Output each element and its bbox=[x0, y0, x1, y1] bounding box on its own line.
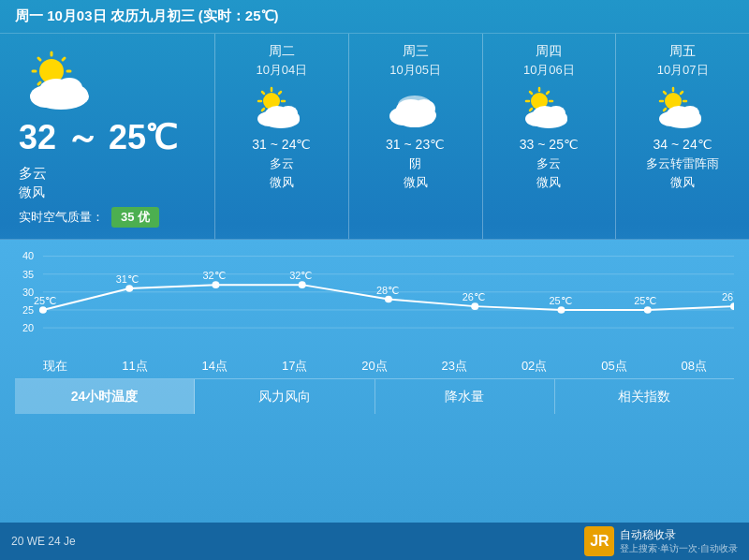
svg-point-79 bbox=[644, 306, 652, 314]
svg-text:20: 20 bbox=[22, 322, 34, 333]
chart-x-labels: 现在 11点 14点 17点 20点 23点 02点 05点 08点 bbox=[15, 354, 734, 378]
today-panel: 32 ～ 25℃ 多云 微风 实时空气质量： 35 优 bbox=[0, 34, 215, 239]
svg-line-39 bbox=[530, 92, 532, 94]
svg-text:25: 25 bbox=[22, 304, 34, 316]
future-day-0: 周二 10月04日 bbox=[215, 34, 349, 239]
chart-label-3: 17点 bbox=[255, 358, 334, 375]
day-condition-2: 多云 bbox=[536, 155, 561, 172]
day-name-2: 周四 bbox=[536, 43, 562, 60]
tab-wind[interactable]: 风力风向 bbox=[195, 379, 374, 414]
svg-point-72 bbox=[39, 306, 47, 314]
svg-point-80 bbox=[730, 302, 734, 310]
aqi-row: 实时空气质量： 35 优 bbox=[19, 207, 159, 228]
svg-text:25℃: 25℃ bbox=[550, 295, 572, 306]
logo-jr-badge: JR bbox=[584, 526, 614, 556]
bottom-left-text: 20 WE 24 Je bbox=[11, 535, 76, 548]
svg-text:26℃: 26℃ bbox=[463, 292, 485, 303]
day-condition-0: 多云 bbox=[270, 155, 294, 172]
day-name-3: 周五 bbox=[669, 43, 696, 60]
svg-line-19 bbox=[262, 92, 264, 94]
day-temp-1: 31 ~ 23℃ bbox=[386, 137, 445, 152]
day-condition-1: 阴 bbox=[409, 155, 421, 172]
chart-label-7: 05点 bbox=[574, 358, 654, 375]
day-date-1: 10月05日 bbox=[389, 62, 441, 79]
tab-indices[interactable]: 相关指数 bbox=[555, 379, 734, 414]
svg-point-75 bbox=[299, 281, 306, 288]
day-wind-3: 微风 bbox=[670, 174, 695, 191]
header-title: 周一 10月03日 农历九月初三 (实时：25℃) bbox=[15, 7, 279, 23]
today-wind: 微风 bbox=[19, 184, 45, 201]
tab-precipitation[interactable]: 降水量 bbox=[375, 379, 555, 414]
svg-line-21 bbox=[279, 92, 281, 94]
forecast-row: 32 ～ 25℃ 多云 微风 实时空气质量： 35 优 周二 10月04日 bbox=[0, 34, 749, 240]
svg-point-73 bbox=[125, 285, 133, 292]
svg-text:25℃: 25℃ bbox=[34, 295, 56, 306]
svg-text:35: 35 bbox=[22, 269, 34, 280]
svg-point-61 bbox=[681, 106, 699, 121]
day-temp-3: 34 ~ 24℃ bbox=[654, 137, 712, 152]
svg-line-8 bbox=[38, 82, 40, 84]
today-temp: 32 ～ 25℃ bbox=[19, 115, 177, 161]
chart-tabs: 24小时温度 风力风向 降水量 相关指数 bbox=[15, 378, 734, 414]
bottom-logo: JR 自动稳收录 登上搜索·单访一次·自动收录 bbox=[584, 526, 738, 556]
chart-label-0: 现在 bbox=[15, 358, 95, 375]
future-day-2: 周四 10月06日 bbox=[483, 34, 617, 239]
svg-point-47 bbox=[547, 106, 565, 121]
svg-text:26℃: 26℃ bbox=[722, 292, 734, 303]
temperature-chart: 40 35 30 25 20 25℃ 31℃ bbox=[15, 247, 734, 350]
chart-area: 40 35 30 25 20 25℃ 31℃ bbox=[0, 240, 749, 523]
svg-line-41 bbox=[547, 92, 549, 94]
day-wind-1: 微风 bbox=[404, 174, 428, 191]
day-condition-3: 多云转雷阵雨 bbox=[646, 155, 719, 172]
svg-point-77 bbox=[471, 302, 478, 310]
day-date-0: 10月04日 bbox=[256, 62, 307, 79]
tab-24h-temp[interactable]: 24小时温度 bbox=[15, 379, 195, 414]
svg-line-56 bbox=[664, 109, 666, 111]
svg-point-13 bbox=[56, 78, 82, 98]
svg-line-5 bbox=[38, 58, 40, 60]
svg-point-78 bbox=[557, 306, 565, 314]
svg-line-55 bbox=[681, 92, 683, 94]
day-icon-2 bbox=[519, 84, 580, 131]
svg-point-74 bbox=[212, 281, 219, 288]
header: 周一 10月03日 农历九月初三 (实时：25℃) bbox=[0, 0, 749, 34]
svg-line-7 bbox=[63, 58, 65, 60]
day-date-2: 10月06日 bbox=[523, 62, 575, 79]
svg-line-42 bbox=[530, 109, 532, 111]
day-temp-2: 33 ~ 25℃ bbox=[520, 137, 579, 152]
future-day-1: 周三 10月05日 31 ~ 23℃ 阴 微风 bbox=[349, 34, 483, 239]
chart-label-5: 23点 bbox=[415, 358, 494, 375]
svg-text:25℃: 25℃ bbox=[634, 295, 656, 306]
svg-point-33 bbox=[398, 96, 432, 114]
svg-text:30: 30 bbox=[22, 287, 34, 298]
day-icon-1 bbox=[385, 84, 446, 131]
logo-text-block: 自动稳收录 登上搜索·单访一次·自动收录 bbox=[620, 528, 738, 555]
chart-label-1: 11点 bbox=[95, 358, 174, 375]
bottom-bar: 20 WE 24 Je JR 自动稳收录 登上搜索·单访一次·自动收录 bbox=[0, 523, 749, 560]
aqi-label: 实时空气质量： bbox=[19, 209, 104, 226]
day-name-1: 周三 bbox=[403, 43, 429, 60]
svg-text:32℃: 32℃ bbox=[289, 271, 312, 282]
aqi-badge: 35 优 bbox=[111, 207, 159, 228]
day-icon-0 bbox=[251, 84, 312, 131]
day-name-0: 周二 bbox=[269, 43, 295, 60]
future-day-3: 周五 10月07日 bbox=[616, 34, 749, 239]
svg-text:31℃: 31℃ bbox=[116, 273, 139, 285]
chart-label-8: 08点 bbox=[654, 358, 734, 375]
svg-line-53 bbox=[664, 92, 666, 94]
weather-app: 周一 10月03日 农历九月初三 (实时：25℃) bbox=[0, 0, 749, 560]
svg-text:32℃: 32℃ bbox=[202, 271, 225, 282]
day-icon-3 bbox=[653, 84, 713, 131]
svg-point-76 bbox=[385, 296, 392, 303]
svg-point-27 bbox=[279, 106, 298, 121]
svg-text:28℃: 28℃ bbox=[376, 285, 399, 296]
day-wind-2: 微风 bbox=[536, 174, 561, 191]
day-date-3: 10月07日 bbox=[657, 62, 709, 79]
chart-label-2: 14点 bbox=[175, 358, 255, 375]
svg-line-22 bbox=[262, 109, 264, 111]
day-temp-0: 31 ~ 24℃ bbox=[252, 137, 311, 152]
today-weather-icon bbox=[19, 45, 112, 115]
svg-text:40: 40 bbox=[22, 251, 34, 262]
chart-label-6: 02点 bbox=[494, 358, 574, 375]
logo-line1: 自动稳收录 bbox=[620, 528, 738, 543]
